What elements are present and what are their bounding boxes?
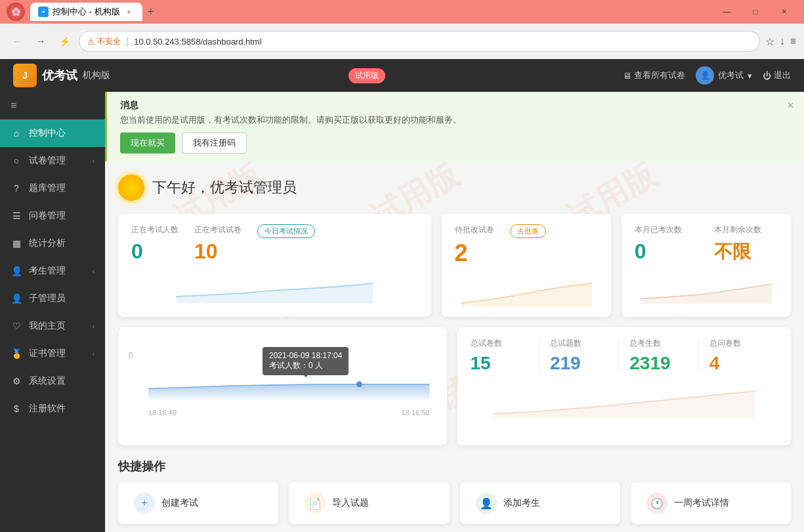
stats-row-1: 正在考试人数 0 正在考试试卷 10 今日考试情况 — [118, 214, 791, 317]
tab-bar: ✦ 控制中心 - 机构版 × + — [30, 3, 708, 22]
new-tab-btn[interactable]: + — [142, 3, 160, 22]
weekly-details-label: 一周考试详情 — [674, 497, 729, 509]
subadmin-icon: 👤 — [11, 293, 22, 304]
chart-card: 2021-06-09 18:17:04 考试人数：0 人 0 — [118, 327, 447, 445]
sidebar-item-dashboard[interactable]: ⌂ 控制中心 — [0, 119, 105, 147]
logout-icon: ⏻ — [763, 71, 771, 81]
maximize-btn[interactable]: □ — [742, 3, 769, 21]
stat2-label-questions: 总试题数 — [550, 338, 608, 349]
notice-actions: 现在就买 我有注册码 — [120, 133, 791, 153]
stat-item-papers: 正在考试试卷 10 — [194, 224, 242, 264]
quick-action-import-questions[interactable]: 📄 导入试题 — [289, 482, 449, 524]
stat2-item-surveys: 总问卷数 4 — [699, 338, 778, 374]
stat-value-monthly-used: 0 — [635, 239, 682, 264]
notice-title: 消息 — [120, 100, 791, 112]
notice-close-btn[interactable]: × — [788, 100, 793, 112]
stat-value-papers: 10 — [194, 239, 242, 264]
active-tab[interactable]: ✦ 控制中心 - 机构版 × — [30, 3, 142, 21]
stat2-label-papers: 总试卷数 — [471, 338, 528, 349]
refresh-btn[interactable]: ⚡ — [55, 32, 74, 51]
add-student-icon: 👤 — [476, 493, 497, 514]
sidebar-toggle[interactable]: ≡ — [0, 92, 105, 119]
download-icon[interactable]: ↓ — [780, 35, 785, 48]
stat-label-monthly-remain: 本月剩余次数 — [714, 224, 761, 235]
quick-action-weekly-details[interactable]: 🕐 一周考试详情 — [631, 482, 791, 524]
sidebar-item-students[interactable]: 👤 考生管理 ‹ — [0, 257, 105, 285]
stat2-item-students: 总考生数 2319 — [619, 338, 698, 374]
stat-summary-card: 总试卷数 15 总试题数 219 总考生数 2319 — [457, 327, 792, 445]
stat-value-monthly-remain: 不限 — [714, 239, 761, 264]
sidebar-item-label-questions: 题库管理 — [29, 182, 66, 194]
sidebar-item-questions[interactable]: ? 题库管理 — [0, 174, 105, 202]
home-icon: ⌂ — [11, 128, 22, 138]
chevron-icon-2: ‹ — [93, 268, 95, 275]
view-all-papers-btn[interactable]: 🖥 查看所有试卷 — [623, 70, 685, 81]
questions-icon: ? — [11, 183, 22, 194]
stats-summary-row: 总试卷数 15 总试题数 219 总考生数 2319 — [471, 338, 778, 374]
quick-action-create-exam[interactable]: + 创建考试 — [118, 482, 278, 524]
sidebar-item-surveys[interactable]: ☰ 问卷管理 — [0, 202, 105, 230]
sidebar-item-mypage[interactable]: ♡ 我的主页 ‹ — [0, 312, 105, 340]
import-questions-label: 导入试题 — [332, 497, 369, 509]
sidebar-item-label-dashboard: 控制中心 — [29, 127, 66, 139]
bookmark-icon[interactable]: ☆ — [765, 35, 774, 48]
stat2-value-papers: 15 — [471, 353, 528, 374]
stat-card-monthly-inner: 本月已考次数 0 本月剩余次数 不限 — [635, 224, 778, 264]
window-controls: — □ × — [713, 3, 797, 21]
logout-btn[interactable]: ⏻ 退出 — [763, 70, 791, 81]
minimize-btn[interactable]: — — [713, 3, 740, 21]
svg-point-1 — [356, 381, 362, 387]
stat-label-people: 正在考试人数 — [131, 224, 179, 235]
sidebar-item-label-students: 考生管理 — [29, 265, 66, 277]
stat2-value-students: 2319 — [629, 353, 687, 374]
sidebar-item-label-surveys: 问卷管理 — [29, 210, 66, 222]
sidebar-item-subadmin[interactable]: 👤 子管理员 — [0, 285, 105, 312]
trial-badge: 试用版 — [349, 68, 385, 83]
register-code-btn[interactable]: 我有注册码 — [182, 133, 247, 153]
stat2-item-questions: 总试题数 219 — [540, 338, 619, 374]
sidebar-item-settings[interactable]: ⚙ 系统设置 — [0, 367, 105, 395]
stat-item-people: 正在考试人数 0 — [131, 224, 179, 264]
sidebar-item-label-papers: 试卷管理 — [29, 155, 66, 167]
stat-value-pending: 2 — [455, 239, 494, 267]
sidebar-item-certs[interactable]: 🏅 证书管理 ‹ — [0, 340, 105, 367]
view-all-icon: 🖥 — [623, 71, 631, 81]
sidebar-item-label-settings: 系统设置 — [29, 375, 66, 387]
top-nav: J 优考试 机构版 试用版 🖥 查看所有试卷 👤 优考试 ▾ ⏻ 退出 — [0, 59, 804, 92]
menu-icon[interactable]: ≡ — [790, 35, 796, 48]
forward-btn[interactable]: → — [32, 32, 50, 51]
sidebar-item-register[interactable]: $ 注册软件 — [0, 395, 105, 422]
stats-icon: ▦ — [11, 238, 22, 249]
stat2-label-students: 总考生数 — [629, 338, 687, 349]
stat-value-people: 0 — [131, 239, 179, 264]
tooltip-text: 考试人数：0 人 — [269, 360, 342, 371]
create-exam-label: 创建考试 — [161, 497, 198, 509]
user-menu[interactable]: 👤 优考试 ▾ — [696, 66, 752, 85]
review-badge[interactable]: 去批卷 — [510, 224, 546, 238]
close-btn[interactable]: × — [771, 3, 797, 21]
dashboard: 试用版 试用版 试用版 试用版 试用版 试用版 试用版 试用版 试用版 下午好，… — [105, 161, 804, 532]
title-bar: 🌸 ✦ 控制中心 - 机构版 × + — □ × — [0, 0, 804, 24]
chart-tooltip: 2021-06-09 18:17:04 考试人数：0 人 — [263, 347, 349, 375]
sidebar-item-papers[interactable]: ○ 试卷管理 ‹ — [0, 147, 105, 174]
sidebar-item-label-certs: 证书管理 — [29, 348, 66, 359]
back-btn[interactable]: ← — [8, 32, 26, 51]
stat-card-monthly: 本月已考次数 0 本月剩余次数 不限 — [622, 214, 791, 317]
notice-banner: 消息 您当前使用的是试用版，有考试次数和功能的限制。请购买正版以获取更好的功能和… — [105, 92, 804, 161]
top-nav-actions: 🖥 查看所有试卷 👤 优考试 ▾ ⏻ 退出 — [623, 66, 791, 85]
tab-title: 控制中心 - 机构版 — [53, 6, 120, 18]
stat2-value-surveys: 4 — [709, 353, 767, 374]
stat-item-badge: 今日考试情况 — [257, 224, 315, 238]
today-exam-badge[interactable]: 今日考试情况 — [257, 224, 315, 238]
buy-now-btn[interactable]: 现在就买 — [120, 133, 175, 153]
greeting-text: 下午好，优考试管理员 — [152, 178, 297, 197]
register-icon: $ — [11, 403, 22, 414]
chart-y-label: 0 — [129, 351, 133, 359]
greeting: 下午好，优考试管理员 — [118, 174, 791, 201]
address-input[interactable]: 不安全 | 10.0.50.243:5858/dashboard.html — [79, 31, 760, 52]
user-chevron-icon: ▾ — [748, 71, 752, 81]
tab-close-btn[interactable]: × — [124, 7, 135, 17]
sidebar-item-stats[interactable]: ▦ 统计分析 — [0, 230, 105, 257]
chevron-icon-3: ‹ — [93, 323, 95, 330]
quick-action-add-student[interactable]: 👤 添加考生 — [460, 482, 620, 524]
